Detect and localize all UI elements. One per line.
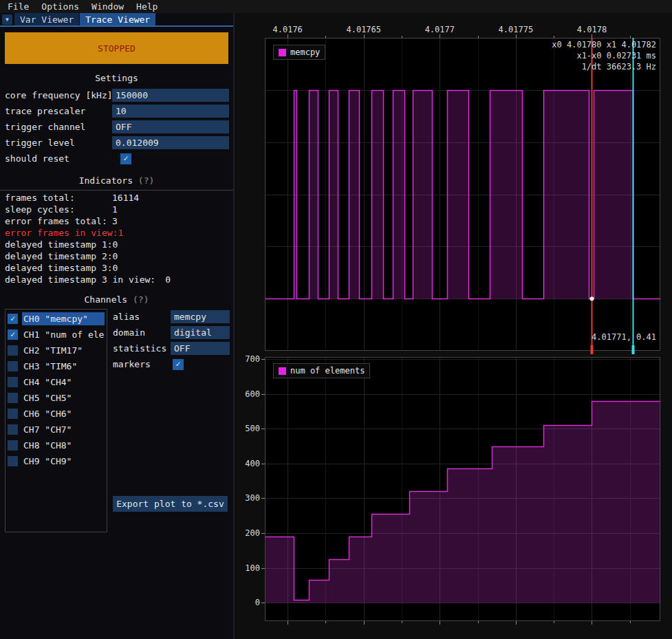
- channel-row-ch5[interactable]: CH5 "CH5": [8, 390, 105, 406]
- alias-row: alias: [113, 309, 230, 325]
- channel-checkbox[interactable]: [8, 409, 18, 419]
- num-of-elements-plot[interactable]: 0100200300400500600700: [235, 354, 671, 639]
- y-axis-tick-label: 100: [245, 563, 260, 573]
- y-axis-tick-label: 600: [245, 389, 260, 399]
- indicator-row: sleep cycles: 1: [0, 204, 233, 215]
- cursor-position-readout: 4.01771, 0.41: [592, 332, 656, 342]
- export-csv-button[interactable]: Export plot to *.csv: [113, 496, 228, 512]
- setting-trace-prescaler: trace prescaler: [0, 103, 233, 119]
- channel-label[interactable]: CH6 "CH6": [22, 407, 105, 420]
- series-label: num of elements: [290, 366, 365, 376]
- trace-prescaler-input[interactable]: [112, 105, 229, 118]
- y-axis-tick-label: 300: [245, 493, 260, 503]
- channel-row-ch6[interactable]: CH6 "CH6": [8, 406, 105, 422]
- channel-label[interactable]: CH3 "TIM6": [22, 360, 105, 373]
- channel-checkbox[interactable]: [8, 424, 18, 435]
- indicator-value: 0: [113, 263, 118, 273]
- channel-row-ch1[interactable]: ✓ CH1 "num of elem: [8, 327, 105, 343]
- channel-checkbox[interactable]: [8, 377, 18, 387]
- channel-list[interactable]: ✓ CH0 "memcpy" ✓ CH1 "num of elem CH2 "T…: [5, 309, 107, 532]
- statistics-input[interactable]: [171, 342, 230, 355]
- setting-label: trigger channel: [5, 122, 112, 132]
- indicator-value: 1: [118, 228, 123, 238]
- channel-label[interactable]: CH8 "CH8": [22, 439, 105, 452]
- series-color-swatch[interactable]: [279, 49, 286, 56]
- marker-positions-readout: x0 4.01780 x1 4.01782: [552, 40, 656, 50]
- indicator-row: frames total: 16114: [0, 192, 233, 204]
- memcpy-legend[interactable]: memcpy: [273, 45, 325, 60]
- channel-label[interactable]: CH1 "num of elem: [22, 328, 105, 341]
- indicator-value: 0: [113, 239, 118, 250]
- trigger-channel-input[interactable]: [112, 120, 229, 133]
- markers-row: markers ✓: [113, 356, 230, 372]
- channel-row-ch4[interactable]: CH4 "CH4": [8, 374, 105, 390]
- channel-checkbox[interactable]: ✓: [8, 314, 18, 324]
- marker-x1-handle[interactable]: [632, 345, 635, 354]
- channel-row-ch2[interactable]: CH2 "TIM17": [8, 343, 105, 358]
- channel-label[interactable]: CH9 "CH9": [22, 455, 105, 468]
- channel-checkbox[interactable]: [8, 361, 18, 371]
- channel-row-ch8[interactable]: CH8 "CH8": [8, 437, 105, 453]
- menu-options[interactable]: Options: [35, 1, 85, 12]
- channel-settings-form: alias domain statistics markers ✓ Export…: [113, 309, 230, 532]
- x-axis-tick-label: 4.0178: [577, 25, 607, 34]
- tab-var-viewer[interactable]: Var Viewer: [14, 13, 79, 25]
- marker-x0-handle[interactable]: [591, 345, 594, 354]
- indicator-row: delayed timestamp 3: 0: [0, 262, 233, 274]
- x-axis-tick-label: 4.0176: [272, 25, 302, 34]
- indicator-value: 16114: [112, 193, 139, 203]
- collapse-icon[interactable]: ▼: [2, 14, 12, 25]
- control-panel: ▼ Var Viewer Trace Viewer STOPPED Settin…: [0, 13, 235, 639]
- setting-label: should reset: [5, 153, 112, 164]
- channel-checkbox[interactable]: [8, 440, 18, 451]
- domain-input[interactable]: [171, 326, 230, 339]
- menu-help[interactable]: Help: [130, 1, 164, 12]
- channel-label[interactable]: CH4 "CH4": [22, 376, 105, 389]
- y-axis-tick-label: 200: [245, 528, 260, 538]
- channel-row-ch3[interactable]: CH3 "TIM6": [8, 358, 105, 374]
- indicators-table: frames total: 16114 sleep cycles: 1 erro…: [0, 192, 233, 285]
- indicators-header: Indicators (?): [0, 175, 233, 186]
- markers-checkbox[interactable]: ✓: [173, 359, 184, 370]
- x-axis-tick-label: 4.01775: [499, 25, 534, 34]
- help-icon: (?): [133, 294, 149, 305]
- menu-file[interactable]: File: [1, 1, 35, 12]
- setting-trigger-channel: trigger channel: [0, 119, 233, 135]
- channel-label[interactable]: CH2 "TIM17": [22, 344, 105, 357]
- setting-should-reset: should reset ✓: [0, 151, 233, 166]
- core-frequency-input[interactable]: [112, 89, 229, 102]
- channel-checkbox[interactable]: [8, 456, 18, 466]
- channel-row-ch9[interactable]: CH9 "CH9": [8, 453, 105, 469]
- setting-label: trace prescaler: [5, 106, 112, 116]
- x-axis-tick-label: 4.01765: [346, 25, 381, 34]
- settings-header: Settings: [0, 73, 233, 84]
- channel-label[interactable]: CH0 "memcpy": [22, 312, 105, 325]
- marker-frequency-readout: 1/dt 36623.3 Hz: [582, 62, 656, 72]
- separator: [0, 190, 233, 191]
- channel-label[interactable]: CH7 "CH7": [22, 423, 105, 436]
- channel-checkbox[interactable]: [8, 393, 18, 403]
- tab-trace-viewer[interactable]: Trace Viewer: [80, 13, 155, 25]
- channel-row-ch7[interactable]: CH7 "CH7": [8, 422, 105, 437]
- trigger-level-input[interactable]: [112, 136, 229, 149]
- indicator-row-error: error frames in view: 1: [0, 227, 233, 239]
- stopped-button[interactable]: STOPPED: [5, 32, 228, 64]
- channel-checkbox[interactable]: ✓: [8, 329, 18, 340]
- should-reset-checkbox[interactable]: ✓: [120, 153, 131, 164]
- tab-bar: ▼ Var Viewer Trace Viewer: [0, 13, 233, 27]
- marker-point[interactable]: [590, 296, 594, 301]
- channel-label[interactable]: CH5 "CH5": [22, 391, 105, 404]
- indicator-value: 0: [165, 274, 171, 285]
- num-of-elements-legend[interactable]: num of elements: [273, 363, 370, 378]
- channel-checkbox[interactable]: [8, 345, 18, 356]
- series-color-swatch[interactable]: [279, 367, 286, 375]
- menu-window[interactable]: Window: [85, 1, 130, 12]
- settings-form: core frequency [kHz] trace prescaler tri…: [0, 87, 233, 166]
- statistics-row: statistics: [113, 340, 230, 356]
- domain-row: domain: [113, 325, 230, 340]
- indicator-value: 0: [113, 251, 118, 261]
- channel-row-ch0[interactable]: ✓ CH0 "memcpy": [8, 311, 105, 327]
- memcpy-plot[interactable]: 4.01764.017654.01774.017754.0178x0 4.017…: [235, 13, 671, 354]
- alias-input[interactable]: [171, 310, 230, 323]
- channels-area: ✓ CH0 "memcpy" ✓ CH1 "num of elem CH2 "T…: [0, 309, 233, 532]
